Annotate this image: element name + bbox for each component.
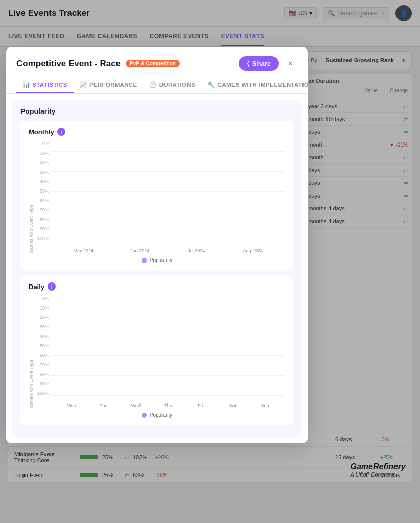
tab-durations-label: DURATIONS bbox=[159, 82, 195, 88]
tab-performance-label: PERFORMANCE bbox=[89, 82, 137, 88]
daily-chart-area: Mon Tue Wed Thu Fri Sat Sun bbox=[51, 296, 285, 408]
popularity-section: Popularity Monthly i Games with Event Ty… bbox=[12, 100, 301, 437]
daily-bars bbox=[51, 296, 285, 396]
modal-tabs: 📊 STATISTICS 📈 PERFORMANCE 🕐 DURATIONS 🔧… bbox=[6, 77, 308, 94]
chart-icon: 📊 bbox=[22, 81, 30, 88]
legend-dot-daily bbox=[142, 413, 147, 418]
monthly-legend: Popularity bbox=[29, 257, 285, 263]
daily-y-labels: 100% 90% 80% 70% 60% 50% 40% 30% 20% 10%… bbox=[35, 296, 51, 408]
monthly-legend-label: Popularity bbox=[150, 257, 172, 263]
legend-dot bbox=[142, 258, 147, 263]
monthly-chart-card: Monthly i Games with Event Type 100% 90%… bbox=[20, 121, 293, 270]
modal-title: Competitive Event - Race bbox=[16, 59, 121, 69]
monthly-bars bbox=[51, 141, 285, 241]
tab-durations[interactable]: 🕐 DURATIONS bbox=[143, 77, 201, 93]
modal-title-row: Competitive Event - Race PvP & Competiti… bbox=[16, 59, 180, 69]
modal-header: Competitive Event - Race PvP & Competiti… bbox=[6, 47, 308, 71]
tab-statistics-label: STATISTICS bbox=[32, 82, 67, 88]
close-button[interactable]: × bbox=[283, 57, 297, 71]
daily-chart-card: Daily i Games with Event Type 100% 90% 8… bbox=[20, 275, 293, 425]
modal: Competitive Event - Race PvP & Competiti… bbox=[6, 47, 308, 443]
tools-icon: 🔧 bbox=[207, 81, 215, 88]
section-title: Popularity bbox=[20, 107, 293, 115]
daily-x-labels: Mon Tue Wed Thu Fri Sat Sun bbox=[51, 403, 285, 408]
tab-statistics[interactable]: 📊 STATISTICS bbox=[16, 77, 74, 93]
daily-chart-label-row: Daily i bbox=[29, 282, 285, 291]
share-button[interactable]: ⟨ Share bbox=[239, 56, 279, 71]
monthly-y-axis-title: Games with Event Type bbox=[29, 141, 34, 253]
daily-legend: Popularity bbox=[29, 412, 285, 418]
share-icon: ⟨ bbox=[247, 60, 249, 67]
share-label: Share bbox=[252, 60, 271, 67]
monthly-chart-area: May 2024 Jun 2024 Jul 2024 Aug 2024 bbox=[51, 141, 285, 253]
monthly-chart-label: Monthly bbox=[29, 128, 54, 136]
daily-chart-label: Daily bbox=[29, 283, 44, 291]
tab-performance[interactable]: 📈 PERFORMANCE bbox=[74, 77, 144, 93]
monthly-info-icon[interactable]: i bbox=[57, 128, 65, 136]
daily-info-icon[interactable]: i bbox=[48, 282, 56, 291]
monthly-bar-chart: Games with Event Type 100% 90% 80% 70% 6… bbox=[29, 141, 285, 253]
daily-y-axis-title: Games with Event Type bbox=[29, 296, 34, 408]
tab-games-with-implementations[interactable]: 🔧 GAMES WITH IMPLEMENTATIONS bbox=[201, 77, 308, 93]
modal-badge: PvP & Competition bbox=[126, 60, 180, 67]
monthly-y-labels: 100% 90% 80% 70% 60% 50% 40% 30% 20% 10%… bbox=[35, 141, 51, 253]
trend-icon: 📈 bbox=[80, 81, 87, 88]
tab-games-label: GAMES WITH IMPLEMENTATIONS bbox=[217, 82, 308, 88]
clock-icon: 🕐 bbox=[149, 81, 156, 88]
daily-bar-chart: Games with Event Type 100% 90% 80% 70% 6… bbox=[29, 296, 285, 408]
daily-legend-label: Popularity bbox=[150, 412, 172, 418]
monthly-chart-label-row: Monthly i bbox=[29, 128, 285, 136]
monthly-x-labels: May 2024 Jun 2024 Jul 2024 Aug 2024 bbox=[51, 248, 285, 253]
